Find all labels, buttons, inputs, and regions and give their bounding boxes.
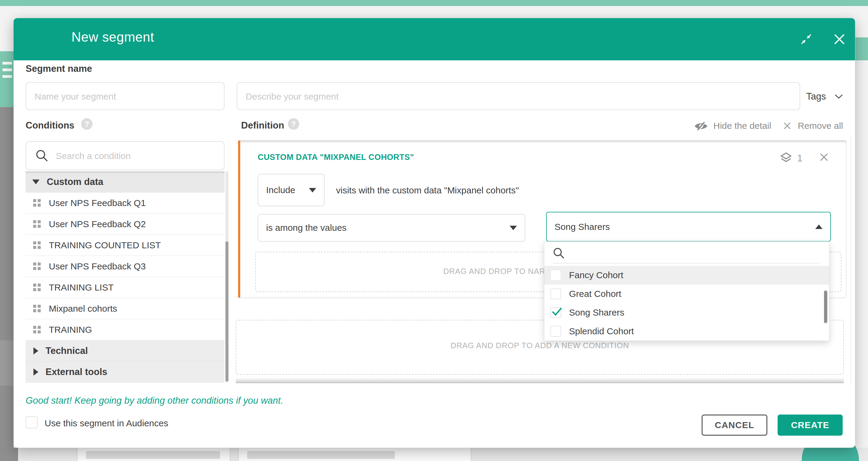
segment-name-input[interactable] bbox=[34, 83, 217, 110]
close-icon[interactable] bbox=[833, 33, 846, 47]
option-song-sharers[interactable]: Song Sharers bbox=[544, 303, 829, 322]
audiences-label: Use this segment in Audiences bbox=[44, 418, 168, 428]
segment-name-field[interactable] bbox=[26, 82, 224, 110]
dropdown-scrollbar-thumb[interactable] bbox=[824, 291, 827, 323]
background-bar bbox=[247, 451, 395, 459]
triangle-down-icon bbox=[32, 179, 39, 184]
drag-handle-icon bbox=[33, 262, 41, 270]
encouragement-message: Good start! Keep going by adding other c… bbox=[26, 395, 283, 406]
hamburger-icon bbox=[2, 68, 12, 71]
list-item[interactable]: TRAINING LIST bbox=[26, 277, 224, 298]
conditions-title: Conditions bbox=[26, 120, 74, 131]
cancel-button[interactable]: CANCEL bbox=[702, 414, 767, 436]
checkmark-icon bbox=[550, 305, 563, 319]
conditions-list: Custom data User NPS Feedback Q1 User NP… bbox=[26, 171, 224, 382]
search-icon bbox=[552, 247, 565, 261]
list-item[interactable]: Mixpanel cohorts bbox=[26, 298, 224, 319]
audiences-checkbox[interactable] bbox=[26, 416, 38, 428]
drag-handle-icon bbox=[33, 220, 41, 228]
definition-divider bbox=[850, 136, 851, 384]
value-dropdown-panel: Fancy Cohort Great Cohort Song Sharers S… bbox=[544, 241, 830, 341]
include-suffix-text: visits with the custom data "Mixpanel co… bbox=[336, 185, 519, 196]
dialog-title: New segment bbox=[71, 30, 154, 45]
checkbox-unchecked[interactable] bbox=[550, 270, 561, 281]
option-great-cohort[interactable]: Great Cohort bbox=[544, 285, 829, 303]
drag-handle-icon bbox=[33, 199, 41, 207]
caret-down-icon bbox=[510, 226, 517, 230]
checkbox-checked[interactable] bbox=[550, 307, 561, 318]
background-sidebar-item bbox=[0, 340, 13, 385]
group-custom-data[interactable]: Custom data bbox=[26, 171, 224, 193]
background-teal-fragment bbox=[855, 37, 868, 60]
dropdown-divider bbox=[553, 263, 820, 263]
list-item[interactable]: TRAINING bbox=[26, 319, 224, 340]
eye-off-icon[interactable] bbox=[693, 120, 709, 133]
condition-search-field[interactable] bbox=[26, 141, 224, 170]
triangle-right-icon bbox=[33, 368, 38, 376]
include-select[interactable]: Include bbox=[258, 174, 324, 206]
dialog-header: New segment bbox=[13, 18, 855, 60]
layers-icon bbox=[780, 151, 792, 165]
list-item[interactable]: User NPS Feedback Q3 bbox=[26, 256, 224, 277]
create-button[interactable]: CREATE bbox=[778, 414, 843, 436]
condition-search-input[interactable] bbox=[55, 142, 217, 170]
triangle-right-icon bbox=[33, 347, 38, 354]
checkbox-unchecked[interactable] bbox=[550, 288, 561, 299]
collapse-icon[interactable] bbox=[800, 33, 813, 47]
conditions-scrollbar-thumb[interactable] bbox=[225, 241, 228, 382]
caret-up-icon bbox=[815, 225, 823, 229]
background-sidebar-toggle bbox=[0, 51, 13, 107]
dropdown-search-field[interactable] bbox=[544, 242, 829, 263]
dropzone-hint: DRAG AND DROP TO NAR bbox=[443, 267, 545, 276]
condition-card-title: CUSTOM DATA "MIXPANEL COHORTS" bbox=[258, 153, 414, 162]
screen: New segment Segment name bbox=[0, 0, 868, 461]
drag-handle-icon bbox=[33, 284, 41, 291]
background-sidebar bbox=[0, 107, 13, 448]
hamburger-icon bbox=[2, 62, 12, 64]
list-item[interactable]: User NPS Feedback Q1 bbox=[26, 193, 224, 213]
remove-all-x-icon[interactable] bbox=[783, 121, 792, 132]
background-page-edge bbox=[0, 448, 18, 461]
definition-title: Definition bbox=[241, 120, 284, 131]
list-item[interactable]: TRAINING COUNTED LIST bbox=[26, 235, 224, 256]
chevron-down-icon bbox=[834, 93, 844, 101]
new-segment-dialog: New segment Segment name bbox=[13, 18, 855, 448]
option-fancy-cohort[interactable]: Fancy Cohort bbox=[544, 266, 829, 285]
value-select[interactable]: Song Sharers bbox=[546, 212, 831, 242]
definition-help-icon[interactable] bbox=[288, 118, 299, 130]
group-technical[interactable]: Technical bbox=[26, 340, 224, 362]
condition-close-icon[interactable] bbox=[819, 152, 829, 164]
checkbox-unchecked[interactable] bbox=[550, 326, 561, 337]
list-item[interactable]: User NPS Feedback Q2 bbox=[26, 213, 224, 235]
segment-name-label: Segment name bbox=[26, 63, 92, 74]
background-topbar bbox=[0, 0, 868, 6]
option-splendid-cohort[interactable]: Splendid Cohort bbox=[544, 322, 829, 341]
search-icon bbox=[35, 148, 49, 164]
hamburger-icon bbox=[2, 75, 12, 78]
segment-description-input[interactable] bbox=[245, 83, 793, 110]
drag-handle-icon bbox=[33, 326, 41, 334]
definition-hscrollbar[interactable] bbox=[236, 378, 844, 383]
remove-all-button[interactable]: Remove all bbox=[798, 121, 843, 131]
caret-down-icon bbox=[309, 188, 316, 193]
background-bar bbox=[86, 451, 220, 459]
drag-handle-icon bbox=[33, 305, 41, 312]
tags-dropdown[interactable]: Tags bbox=[806, 88, 858, 106]
group-external-tools[interactable]: External tools bbox=[26, 362, 224, 382]
operator-select[interactable]: is among the values bbox=[258, 214, 525, 242]
drag-handle-icon bbox=[33, 241, 41, 249]
layer-count: 1 bbox=[797, 153, 803, 164]
segment-description-field[interactable] bbox=[237, 82, 800, 110]
new-condition-hint: DRAG AND DROP TO ADD A NEW CONDITION bbox=[236, 341, 843, 350]
conditions-help-icon[interactable] bbox=[81, 118, 93, 130]
hide-detail-button[interactable]: Hide the detail bbox=[713, 121, 771, 131]
